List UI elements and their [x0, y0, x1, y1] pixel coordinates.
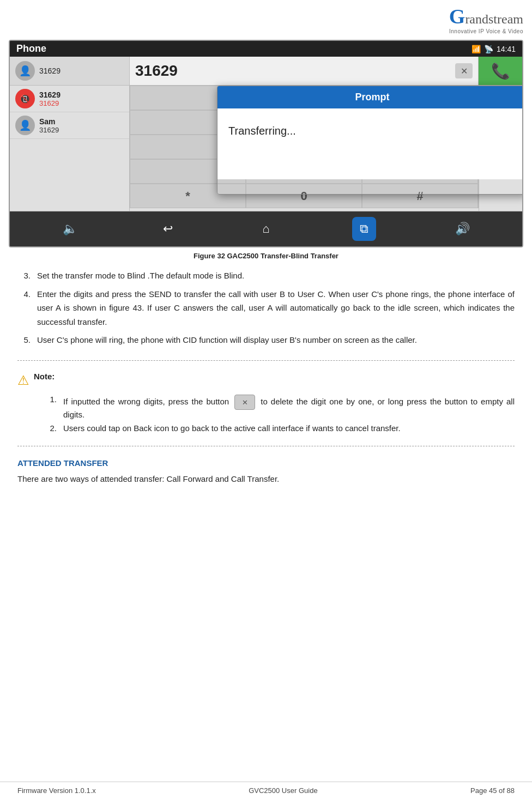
step-5-number: 5. — [17, 333, 31, 347]
delete-button-img: ✕ — [234, 395, 255, 410]
prompt-body: Transferring... — [217, 108, 523, 179]
step-3: 3. Set the transfer mode to Blind .The d… — [17, 269, 515, 283]
guide-title: GVC2500 User Guide — [249, 786, 317, 795]
dial-input-area[interactable]: 31629 ✕ — [130, 57, 479, 85]
page-header: G randstream Innovative IP Voice & Video — [0, 0, 532, 37]
speaker-button[interactable]: 🔊 — [450, 217, 474, 241]
contact-num-2: 31629 — [39, 99, 61, 107]
note-section: ⚠ Note: — [0, 367, 532, 392]
page-number: Page 45 of 88 — [470, 786, 515, 795]
clock: 14:41 — [497, 45, 516, 53]
prompt-header: Prompt — [217, 86, 523, 108]
left-contacts-panel: 📵 31629 31629 👤 Sam 31629 — [10, 86, 130, 211]
logo-tagline: Innovative IP Voice & Video — [449, 28, 523, 34]
avatar-1: 👤 — [15, 61, 35, 81]
center-region: * 0 # Prompt Transferring... — [130, 86, 479, 211]
contact-name-3: Sam — [39, 117, 59, 126]
page-footer: Firmware Version 1.0.1.x GVC2500 User Gu… — [0, 782, 532, 799]
signal-icon: 📶 — [471, 45, 481, 53]
warning-icon: ⚠ — [17, 373, 29, 388]
logo-g: G — [449, 4, 466, 28]
call-reject-icon: 📵 — [15, 89, 35, 108]
avatar-3: 👤 — [15, 116, 35, 135]
note-1-number: 1. — [44, 395, 57, 419]
step-3-number: 3. — [17, 269, 31, 283]
step-5-text: User C's phone will ring, the phone with… — [37, 333, 515, 347]
note-2-text: Users could tap on Back icon to go back … — [63, 423, 515, 433]
dial-input-text: 31629 — [135, 62, 451, 80]
mute-icon: 🔈 — [63, 222, 77, 236]
phone-status-bar: Phone 📶 📡 14:41 — [10, 41, 522, 57]
wifi-icon: 📡 — [484, 45, 493, 53]
contact-info-2: 31629 31629 — [39, 90, 61, 107]
note-1: 1. If inputted the wrong digits, press t… — [44, 395, 515, 419]
step-4-number: 4. — [17, 287, 31, 329]
note-label: Note: — [34, 372, 55, 381]
contact-number-1: 31629 — [39, 66, 61, 75]
prompt-dialog: Prompt Transferring... — [217, 86, 523, 195]
contact-num-3: 31629 — [39, 126, 59, 134]
step-4-text: Enter the digits and press the SEND to t… — [37, 287, 515, 329]
note-1-text: If inputted the wrong digits, press the … — [63, 395, 515, 419]
figure-caption: Figure 32 GAC2500 Transfer-Blind Transfe… — [0, 252, 532, 260]
back-icon: ↩ — [163, 222, 173, 236]
logo-brandname: randstream — [465, 12, 523, 27]
contact-item-2[interactable]: 📵 31629 31629 — [10, 86, 129, 112]
contact-entry-1[interactable]: 👤 31629 — [10, 57, 130, 85]
transfer-button[interactable]: ⧉ — [352, 217, 376, 241]
firmware-version: Firmware Version 1.0.1.x — [17, 786, 96, 795]
step-4: 4. Enter the digits and press the SEND t… — [17, 287, 515, 329]
home-icon: ⌂ — [262, 222, 269, 236]
doc-content: 3. Set the transfer mode to Blind .The d… — [0, 267, 532, 354]
attended-text: There are two ways of attended transfer:… — [0, 470, 532, 519]
home-button[interactable]: ⌂ — [254, 217, 278, 241]
attended-description: There are two ways of attended transfer:… — [17, 472, 515, 486]
attended-transfer-heading: ATTENDED TRANSFER — [0, 453, 532, 470]
bottom-toolbar: 🔈 ↩ ⌂ ⧉ 🔊 — [10, 211, 522, 246]
phone-title: Phone — [16, 43, 46, 55]
note-2-number: 2. — [44, 423, 57, 433]
note-items: 1. If inputted the wrong digits, press t… — [0, 392, 532, 439]
divider-2 — [17, 446, 515, 446]
note-1-text-before: If inputted the wrong digits, press the … — [63, 396, 229, 405]
logo: G randstream Innovative IP Voice & Video — [449, 4, 523, 34]
status-icons: 📶 📡 14:41 — [471, 45, 516, 53]
phone-middle-area: 📵 31629 31629 👤 Sam 31629 — [10, 86, 522, 211]
mute-button[interactable]: 🔈 — [58, 217, 82, 241]
contact-info-3: Sam 31629 — [39, 117, 59, 134]
phone-screenshot: Phone 📶 📡 14:41 👤 31629 31629 ✕ 📞 📵 3162… — [9, 40, 523, 247]
call-icon: 📞 — [491, 62, 510, 80]
speaker-icon: 🔊 — [455, 222, 470, 236]
note-2: 2. Users could tap on Back icon to go ba… — [44, 423, 515, 433]
divider-1 — [17, 360, 515, 361]
transfer-icon: ⧉ — [360, 222, 368, 236]
back-button[interactable]: ↩ — [156, 217, 180, 241]
contact-item-3[interactable]: 👤 Sam 31629 — [10, 112, 129, 139]
contact-name-2: 31629 — [39, 90, 61, 99]
call-button[interactable]: 📞 — [479, 57, 522, 85]
backspace-button[interactable]: ✕ — [455, 63, 473, 78]
phone-top-row: 👤 31629 31629 ✕ 📞 — [10, 57, 522, 86]
step-3-text: Set the transfer mode to Blind .The defa… — [37, 269, 515, 283]
step-5: 5. User C's phone will ring, the phone w… — [17, 333, 515, 347]
